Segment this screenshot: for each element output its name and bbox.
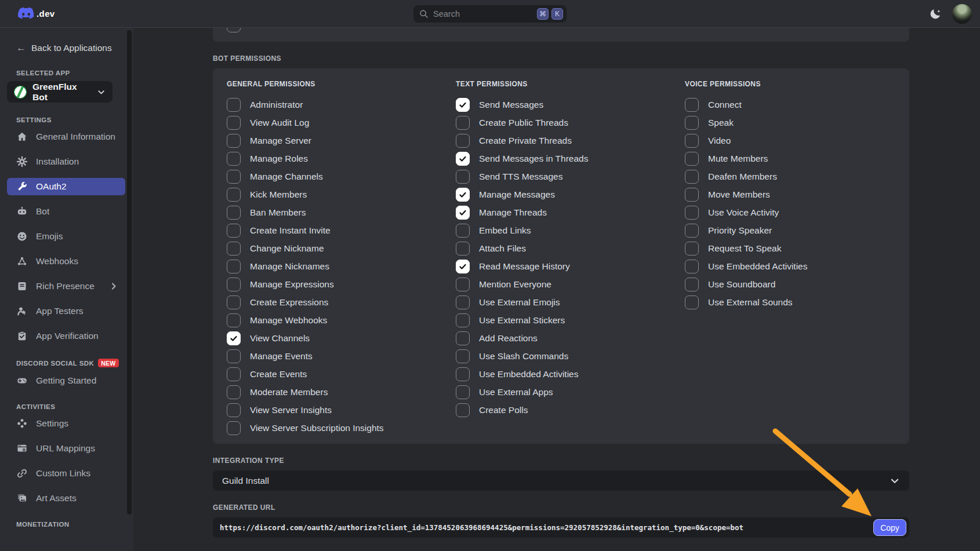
permission-label: Deafen Members [708,171,777,182]
permission-row: Create Polls [456,401,685,419]
permission-checkbox[interactable] [456,206,470,220]
copy-button[interactable]: Copy [873,519,906,536]
user-avatar[interactable] [952,4,972,24]
sidebar-item-url-mappings[interactable]: URL Mappings [7,440,125,457]
sidebar-scrollbar[interactable] [127,30,132,514]
permission-checkbox[interactable] [456,385,470,399]
permission-row: Send TTS Messages [456,167,685,185]
permission-checkbox[interactable] [456,260,470,273]
permission-checkbox[interactable] [685,116,699,130]
scope-checkbox-partial[interactable] [227,28,241,32]
search-placeholder: Search [433,9,460,19]
sidebar-item-label: Webhooks [36,256,78,267]
permission-checkbox[interactable] [227,331,241,345]
app-selector[interactable]: GreenFlux Bot [7,81,112,103]
permission-checkbox[interactable] [685,170,699,184]
sidebar-item-app-verification[interactable]: App Verification [7,327,125,345]
permission-checkbox[interactable] [685,224,699,238]
permission-checkbox[interactable] [685,260,699,273]
sidebar-item-custom-links[interactable]: Custom Links [7,465,125,482]
permission-checkbox[interactable] [685,278,699,291]
permission-checkbox[interactable] [227,421,241,435]
sidebar-item-bot[interactable]: Bot [7,203,125,220]
permission-checkbox[interactable] [227,313,241,327]
permission-checkbox[interactable] [456,349,470,363]
theme-toggle-moon-icon[interactable] [928,6,943,21]
permission-row: Manage Threads [456,203,685,221]
permission-checkbox[interactable] [685,98,699,112]
search-input[interactable]: Search ⌘ K [413,5,567,23]
sidebar-item-oauth2[interactable]: OAuth2 [7,178,125,195]
permission-checkbox[interactable] [227,224,241,238]
search-icon [419,9,429,19]
permission-checkbox[interactable] [227,170,241,184]
permission-checkbox[interactable] [227,152,241,166]
permission-checkbox[interactable] [227,116,241,130]
permission-checkbox[interactable] [685,242,699,256]
integration-type-select[interactable]: Guild Install [213,470,909,491]
permission-checkbox[interactable] [227,349,241,363]
sidebar-item-label: Custom Links [36,468,90,479]
permission-row: Create Private Threads [456,132,685,149]
sidebar-item-art-assets[interactable]: Art Assets [7,490,125,507]
permission-checkbox[interactable] [456,242,470,256]
permission-checkbox[interactable] [685,188,699,202]
permission-checkbox[interactable] [685,295,699,309]
permission-checkbox[interactable] [227,278,241,291]
permission-checkbox[interactable] [456,134,470,148]
permission-label: View Audit Log [250,118,309,128]
permission-checkbox[interactable] [227,260,241,273]
sidebar-item-installation[interactable]: Installation [7,153,125,170]
back-to-applications-link[interactable]: ← Back to Applications [16,41,133,56]
permission-checkbox[interactable] [685,134,699,148]
robot-icon [16,206,28,217]
permission-label: Manage Threads [479,207,547,218]
permission-row: Send Messages in Threads [456,149,685,167]
permission-label: Send Messages in Threads [479,154,588,164]
permission-checkbox[interactable] [456,278,470,291]
permission-checkbox[interactable] [456,188,470,202]
permission-checkbox[interactable] [685,152,699,166]
permission-row: Speak [685,114,895,132]
permission-checkbox[interactable] [227,134,241,148]
permission-label: Use External Stickers [479,315,565,326]
permission-checkbox[interactable] [227,242,241,256]
permission-label: Manage Events [250,351,313,362]
permission-checkbox[interactable] [227,295,241,309]
permission-row: Move Members [685,185,895,203]
permission-checkbox[interactable] [227,188,241,202]
permission-checkbox[interactable] [685,206,699,220]
sidebar-item-rich-presence[interactable]: Rich Presence [7,278,125,295]
sidebar-item-emojis[interactable]: Emojis [7,228,125,245]
sidebar-item-getting-started[interactable]: Getting Started [7,372,125,389]
permission-checkbox[interactable] [456,224,470,238]
permission-checkbox[interactable] [456,98,470,112]
permission-checkbox[interactable] [456,152,470,166]
sidebar-section-label: DISCORD SOCIAL SDKNEW [16,359,133,367]
sidebar-item-general-information[interactable]: General Information [7,128,125,145]
permission-row: Create Events [227,365,456,383]
sidebar-item-label: Settings [36,418,68,429]
permission-checkbox[interactable] [227,403,241,417]
permission-checkbox[interactable] [456,367,470,381]
permission-checkbox[interactable] [227,206,241,220]
permission-row: Connect [685,96,895,114]
permission-row: Manage Nicknames [227,257,456,275]
chevron-down-icon [97,87,106,97]
sidebar-item-webhooks[interactable]: Webhooks [7,253,125,270]
permission-checkbox[interactable] [227,385,241,399]
discord-logo[interactable]: .dev [17,7,55,21]
sidebar-item-settings[interactable]: Settings [7,415,125,432]
permission-checkbox[interactable] [456,116,470,130]
generated-url-field[interactable]: https://discord.com/oauth2/authorize?cli… [213,517,909,538]
sidebar-section-label: MONETIZATION [16,521,133,528]
permission-row: Use Embedded Activities [685,257,895,275]
permission-checkbox[interactable] [456,403,470,417]
permission-checkbox[interactable] [456,170,470,184]
permission-checkbox[interactable] [227,367,241,381]
permission-checkbox[interactable] [227,98,241,112]
permission-checkbox[interactable] [456,331,470,345]
permission-checkbox[interactable] [456,295,470,309]
permission-checkbox[interactable] [456,313,470,327]
sidebar-item-app-testers[interactable]: App Testers [7,302,125,320]
